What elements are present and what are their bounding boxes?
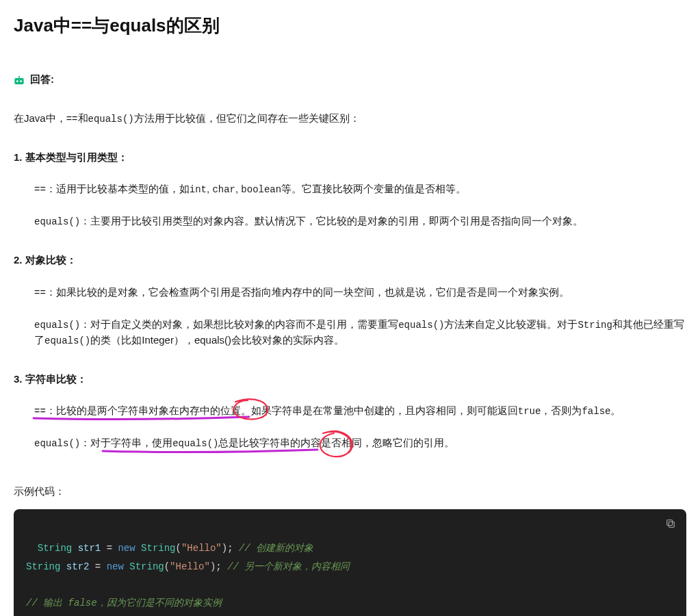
tok: String [129,561,164,572]
intro-code-b: equals() [88,114,134,125]
svg-rect-5 [669,522,674,527]
tok: String [26,561,60,572]
sub-text: ：对于自定义类的对象，如果想比较对象的内容而不是引用，需要重写 [80,318,398,330]
tok [60,561,66,572]
tok: ( [164,561,170,572]
robot-icon [14,75,25,84]
sub-c1: int [190,184,207,195]
svg-point-1 [16,81,18,83]
point-2-sub-b: equals()：对于自定义类的对象，如果想比较对象的内容而不是引用，需要重写e… [14,317,686,348]
sub-c2: String [578,320,612,331]
intro-post: 方法用于比较值，但它们之间存在一些关键区别： [134,112,360,124]
tok: // 输出 false，因为它们是不同的对象实例 [26,598,222,608]
answer-label: 回答: [30,72,54,88]
sub-c3: boolean [241,184,281,195]
tok: str1 [78,543,101,554]
sub-c2: char [212,184,235,195]
svg-rect-0 [14,78,23,84]
sub-c1: true [518,406,541,417]
sub-code: equals() [34,216,80,227]
svg-point-2 [20,81,22,83]
sub-text: ：适用于比较基本类型的值，如 [46,183,190,194]
tok: = [89,561,106,572]
sub-c1: equals() [398,320,444,331]
tok: ); [222,543,233,554]
tok: "Hello" [181,543,222,554]
sub-c2: false [582,406,610,417]
point-2: 2. 对象比较： ==：如果比较的是对象，它会检查两个引用是否指向堆内存中的同一… [14,253,686,348]
point-2-title: 对象比较 [25,254,66,266]
intro-paragraph: 在Java中，==和equals()方法用于比较值，但它们之间存在一些关键区别： [14,111,686,127]
tok [72,543,77,554]
point-1-sub-b: equals()：主要用于比较引用类型的对象内容。默认情况下，它比较的是对象的引… [14,214,686,229]
sub-sep2: 。 [610,405,621,416]
sub-sep1: 总是比较字符串的内容是否相同，忽略它们的引用。 [218,437,454,448]
sub-tail: 等。它直接比较两个变量的值是否相等。 [281,183,466,194]
sub-text: ：比较的是两个字符串对象在内存中的位置。如果字符串是在常量池中创建的，且内容相同… [46,405,518,416]
intro-mid: 和 [78,112,88,124]
copy-icon [665,518,676,529]
sub-code: == [34,406,46,417]
sub-c3: equals() [44,335,90,346]
point-3-num: 3. [14,373,25,385]
point-3-title: 字符串比较 [25,373,77,385]
sub-tail: 的类（比如Integer），equals()会比较对象的实际内容。 [90,334,344,346]
sub-sep1: ，否则为 [541,405,582,416]
point-3: 3. 字符串比较： ==：比较的是两个字符串对象在内存中的位置。如果字符串是在常… [14,372,686,452]
point-1: 1. 基本类型与引用类型： ==：适用于比较基本类型的值，如int, char,… [14,150,686,230]
tok: new [118,543,135,554]
sub-text: ：主要用于比较引用类型的对象内容。默认情况下，它比较的是对象的引用，即两个引用是… [80,215,583,227]
point-2-num: 2. [14,254,25,266]
tok: str2 [66,561,90,572]
tok: ); [210,561,222,572]
point-1-title: 基本类型与引用类型 [25,151,118,163]
page-title: Java中==与equals的区别 [14,12,686,39]
sub-code: == [34,184,46,195]
points-list: 1. 基本类型与引用类型： ==：适用于比较基本类型的值，如int, char,… [14,150,686,452]
tok: = [101,543,118,554]
point-3-head: 3. 字符串比较： [14,372,686,387]
svg-rect-6 [667,519,673,525]
sub-c1: equals() [172,438,218,449]
tok: String [38,543,72,554]
tok: ( [176,543,181,554]
point-2-head: 2. 对象比较： [14,253,686,268]
sub-code: equals() [34,438,80,449]
point-1-num: 1. [14,151,25,163]
answer-header: 回答: [14,72,686,88]
point-1-sub-a: ==：适用于比较基本类型的值，如int, char, boolean等。它直接比… [14,181,686,197]
point-2-sub-a: ==：如果比较的是对象，它会检查两个引用是否指向堆内存中的同一块空间，也就是说，… [14,285,686,300]
intro-pre: 在Java中， [14,112,66,124]
point-1-head: 1. 基本类型与引用类型： [14,150,686,166]
sub-text: ：如果比较的是对象，它会检查两个引用是否指向堆内存中的同一块空间，也就是说，它们… [46,286,569,298]
tok: // 另一个新对象，内容相同 [222,561,350,572]
intro-code-a: == [66,114,78,125]
tok: "Hello" [170,561,210,572]
code-block: String str1 = new String("Hello"); // 创建… [14,509,686,617]
point-3-sub-a: ==：比较的是两个字符串对象在内存中的位置。如果字符串是在常量池中创建的，且内容… [14,403,686,419]
tok: // 创建新的对象 [233,543,314,554]
tok: new [107,561,124,572]
sub-sep1: 方法来自定义比较逻辑。对于 [444,318,578,330]
svg-point-4 [18,76,20,77]
example-label: 示例代码： [14,484,686,500]
sub-code: equals() [34,320,80,331]
point-3-sub-b: equals()：对于字符串，使用equals()总是比较字符串的内容是否相同，… [14,435,686,451]
sub-code: == [34,287,46,298]
tok: String [141,543,175,554]
sub-text: ：对于字符串，使用 [80,437,172,448]
tok [135,543,141,554]
copy-button[interactable] [663,516,678,531]
